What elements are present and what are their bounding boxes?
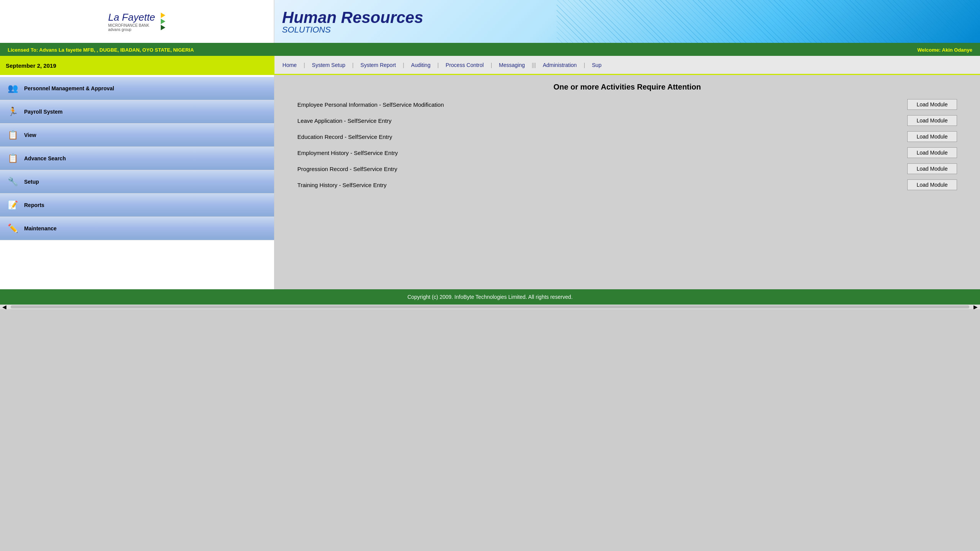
chevron-dark <box>161 25 165 30</box>
load-module-btn-4[interactable]: Load Module <box>907 163 957 174</box>
nav-row: September 2, 2019 Home | System Setup | … <box>0 56 980 75</box>
activity-row-2: Education Record - SelfService Entry Loa… <box>282 131 972 142</box>
sidebar-item-payroll[interactable]: 🏃 Payroll System <box>0 100 274 124</box>
chevron-green <box>161 19 165 24</box>
advance-search-label: Advance Search <box>24 155 66 161</box>
load-module-btn-0[interactable]: Load Module <box>907 99 957 110</box>
date-section: September 2, 2019 <box>0 56 274 75</box>
personnel-label: Personnel Management & Approval <box>24 85 114 91</box>
activity-label-0: Employee Personal Information - SelfServ… <box>297 101 444 108</box>
micro-label: MICROFINANCE BANK <box>108 23 155 28</box>
nav-administration[interactable]: Administration <box>537 59 583 71</box>
attention-title: One or more Activities Require Attention <box>282 83 972 91</box>
setup-icon: 🔧 <box>6 175 20 189</box>
chevron-yellow <box>161 13 165 18</box>
sidebar-item-reports[interactable]: 📝 Reports <box>0 194 274 217</box>
activity-row-4: Progression Record - SelfService Entry L… <box>282 163 972 174</box>
activity-label-1: Leave Application - SelfService Entry <box>297 117 392 124</box>
setup-label: Setup <box>24 179 39 185</box>
search-icon: 📋 <box>6 152 20 165</box>
activity-row-0: Employee Personal Information - SelfServ… <box>282 99 972 110</box>
content-panel: One or more Activities Require Attention… <box>274 75 980 289</box>
view-label: View <box>24 132 36 138</box>
scrollbar-track[interactable] <box>11 305 969 308</box>
nav-system-setup[interactable]: System Setup <box>306 59 351 71</box>
sidebar: 👥 Personnel Management & Approval 🏃 Payr… <box>0 75 274 289</box>
license-text: Licensed To: Advans La fayette MFB, , DU… <box>8 47 194 53</box>
footer-text: Copyright (c) 2009. InfoByte Technologie… <box>407 294 573 300</box>
advans-label: advans group <box>108 28 155 32</box>
sidebar-item-personnel[interactable]: 👥 Personnel Management & Approval <box>0 77 274 100</box>
main-area: 👥 Personnel Management & Approval 🏃 Payr… <box>0 75 980 289</box>
activity-label-4: Progression Record - SelfService Entry <box>297 166 397 172</box>
license-bar: Licensed To: Advans La fayette MFB, , DU… <box>0 44 980 56</box>
scroll-right-btn[interactable]: ▶ <box>971 304 980 309</box>
load-module-btn-2[interactable]: Load Module <box>907 131 957 142</box>
logo-container: La Fayette MICROFINANCE BANK advans grou… <box>108 11 165 32</box>
activity-row-1: Leave Application - SelfService Entry Lo… <box>282 115 972 126</box>
nav-auditing[interactable]: Auditing <box>405 59 437 71</box>
sidebar-item-advance-search[interactable]: 📋 Advance Search <box>0 147 274 170</box>
sidebar-item-maintenance[interactable]: ✏️ Maintenance <box>0 217 274 240</box>
date-display: September 2, 2019 <box>6 62 56 69</box>
page-header: La Fayette MICROFINANCE BANK advans grou… <box>0 0 980 44</box>
logo-text-area: La Fayette MICROFINANCE BANK advans grou… <box>108 11 155 32</box>
nav-sup[interactable]: Sup <box>586 59 608 71</box>
payroll-label: Payroll System <box>24 109 62 115</box>
activity-label-2: Education Record - SelfService Entry <box>297 134 392 140</box>
load-module-btn-3[interactable]: Load Module <box>907 147 957 158</box>
logo-chevrons <box>161 13 165 30</box>
navigation-bar: Home | System Setup | System Report | Au… <box>274 56 980 75</box>
nav-process-control[interactable]: Process Control <box>439 59 490 71</box>
banner-title: Human Resources <box>282 8 423 27</box>
welcome-text: Welcome: Akin Odanye <box>917 47 972 53</box>
activity-label-3: Employment History - SelfService Entry <box>297 150 398 156</box>
logo-section: La Fayette MICROFINANCE BANK advans grou… <box>0 0 274 43</box>
activity-label-5: Training History - SelfService Entry <box>297 182 387 188</box>
scroll-left-btn[interactable]: ◀ <box>0 304 9 309</box>
scrollbar-area[interactable]: ◀ ▶ <box>0 305 980 309</box>
load-module-btn-5[interactable]: Load Module <box>907 179 957 190</box>
brand-name: La Fayette <box>108 11 155 23</box>
banner-section: Human Resources SOLUTIONS <box>274 0 980 43</box>
banner-text: Human Resources SOLUTIONS <box>282 8 423 35</box>
reports-label: Reports <box>24 202 44 208</box>
footer: Copyright (c) 2009. InfoByte Technologie… <box>0 289 980 305</box>
view-icon: 📋 <box>6 128 20 142</box>
nav-home[interactable]: Home <box>276 59 303 71</box>
activity-row-5: Training History - SelfService Entry Loa… <box>282 179 972 190</box>
activity-row-3: Employment History - SelfService Entry L… <box>282 147 972 158</box>
sidebar-item-view[interactable]: 📋 View <box>0 124 274 147</box>
nav-system-report[interactable]: System Report <box>354 59 402 71</box>
load-module-btn-1[interactable]: Load Module <box>907 115 957 126</box>
sidebar-item-setup[interactable]: 🔧 Setup <box>0 170 274 194</box>
maintenance-label: Maintenance <box>24 225 57 231</box>
banner-background <box>557 0 980 43</box>
personnel-icon: 👥 <box>6 82 20 95</box>
maintenance-icon: ✏️ <box>6 222 20 235</box>
nav-messaging[interactable]: Messaging <box>493 59 531 71</box>
payroll-icon: 🏃 <box>6 105 20 119</box>
reports-icon: 📝 <box>6 198 20 212</box>
